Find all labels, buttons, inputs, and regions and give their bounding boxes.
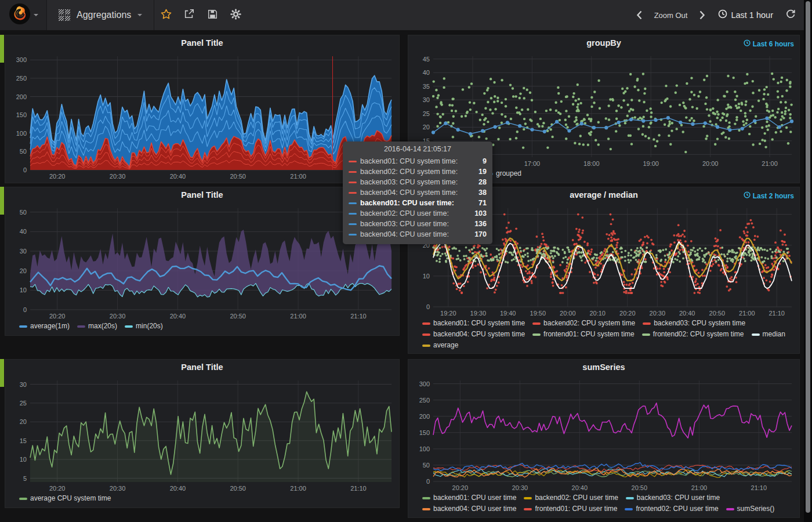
- clock-icon: [744, 191, 751, 200]
- legend-label: frontend01: CPU user time: [535, 504, 617, 514]
- tooltip-series-label: backend02: CPU system time:: [360, 166, 458, 177]
- tooltip-series-value: 170: [474, 229, 487, 240]
- svg-text:20:30: 20:30: [650, 310, 666, 317]
- dashboard-title: Aggregations: [77, 10, 131, 20]
- series-color-dash: [77, 325, 85, 328]
- series-color-dash: [349, 171, 357, 173]
- legend-item[interactable]: average: [422, 340, 458, 350]
- legend-item[interactable]: backend03: CPU user time: [626, 493, 720, 503]
- legend-item[interactable]: frontend02: CPU user time: [625, 504, 718, 514]
- row-toggle-handle[interactable]: [0, 187, 4, 215]
- chart-canvas[interactable]: 05010015020025030020:2020:3020:4020:5021…: [8, 50, 397, 182]
- legend-item[interactable]: backend02: CPU system time: [532, 318, 635, 328]
- time-range-label: Last 1 hour: [731, 10, 773, 20]
- legend-item[interactable]: backend02: CPU user time: [524, 493, 618, 503]
- svg-text:10: 10: [20, 287, 27, 293]
- time-shift-back-button[interactable]: [632, 0, 646, 30]
- legend-item[interactable]: backend03: CPU system time: [643, 318, 745, 328]
- dashboard-picker[interactable]: Aggregations: [47, 0, 154, 30]
- svg-text:45: 45: [423, 56, 430, 63]
- svg-text:20:40: 20:40: [572, 484, 588, 491]
- panel-title[interactable]: groupBy: [408, 35, 799, 50]
- dashboard-settings-button[interactable]: [224, 0, 247, 30]
- chart-canvas[interactable]: 05010015020025030020:2020:3020:4020:5021…: [411, 375, 798, 493]
- scrollbar-track[interactable]: [804, 0, 812, 522]
- legend-item[interactable]: backend01: CPU system time: [422, 318, 525, 328]
- tooltip-series-label: backend04: CPU system time:: [360, 187, 458, 198]
- panel-time-override-label: Last 2 hours: [753, 192, 794, 200]
- row-toggle-handle[interactable]: [0, 35, 4, 63]
- grafana-logo-menu[interactable]: [0, 0, 46, 30]
- legend-item[interactable]: backend01: CPU user time: [422, 493, 516, 503]
- row-toggle-handle[interactable]: [0, 359, 4, 387]
- share-dashboard-button[interactable]: [177, 0, 201, 30]
- svg-text:0: 0: [426, 478, 430, 485]
- clock-icon: [718, 9, 727, 21]
- legend-item[interactable]: backend04: CPU user time: [422, 504, 516, 514]
- panel-title[interactable]: sumSeries: [408, 360, 799, 375]
- series-color-dash: [532, 322, 541, 325]
- legend-label: median: [763, 329, 785, 339]
- panel-time-override-label: Last 6 hours: [753, 40, 794, 48]
- svg-text:50: 50: [423, 462, 430, 469]
- save-dashboard-button[interactable]: [201, 0, 224, 30]
- legend-item[interactable]: frontend01: CPU user time: [524, 504, 617, 514]
- chart-canvas[interactable]: 0102030405020:2020:3020:4020:5021:0021:1…: [8, 202, 397, 321]
- svg-text:10: 10: [423, 273, 430, 280]
- legend-row: backend01: CPU user timebackend02: CPU u…: [422, 493, 799, 503]
- svg-text:20:00: 20:00: [560, 310, 576, 317]
- svg-text:20:20: 20:20: [619, 310, 636, 317]
- legend-item[interactable]: frontend01: CPU system time: [532, 329, 635, 339]
- series-color-dash: [422, 497, 430, 499]
- legend-item[interactable]: average CPU system time: [19, 494, 111, 503]
- series-color-dash: [752, 334, 760, 336]
- series-color-dash: [422, 345, 430, 347]
- panel-title[interactable]: Panel Title: [5, 360, 399, 375]
- legend-row: average: [422, 340, 799, 350]
- legend-label: frontend01: CPU system time: [543, 329, 635, 339]
- svg-text:0: 0: [23, 166, 27, 173]
- legend-item[interactable]: frontend02: CPU system time: [642, 329, 744, 339]
- series-color-dash: [349, 213, 357, 215]
- series-color-dash: [349, 234, 357, 235]
- clock-icon: [744, 39, 751, 48]
- legend-label: max(20s): [88, 321, 117, 331]
- refresh-button[interactable]: [782, 0, 799, 30]
- chart-canvas[interactable]: 5101520253020:2020:3020:4020:5021:0021:1…: [8, 375, 397, 494]
- zoom-out-button[interactable]: Zoom Out: [650, 11, 692, 20]
- time-range-picker[interactable]: Last 1 hour: [713, 9, 778, 21]
- svg-text:20:30: 20:30: [110, 173, 126, 180]
- series-color-dash: [349, 161, 357, 162]
- svg-text:40: 40: [423, 69, 430, 76]
- legend-item[interactable]: min(20s): [125, 321, 163, 331]
- legend-item[interactable]: backend04: CPU system time: [422, 329, 525, 339]
- svg-text:20:40: 20:40: [170, 313, 186, 320]
- legend: average CPU system time: [5, 494, 399, 503]
- star-dashboard-button[interactable]: [154, 0, 177, 30]
- legend-item[interactable]: max(20s): [77, 321, 117, 331]
- tooltip-series-row: backend02: CPU system time:19: [349, 166, 487, 177]
- legend-label: backend01: CPU user time: [433, 493, 516, 503]
- panel-title[interactable]: Panel Title: [5, 187, 399, 202]
- svg-text:25: 25: [20, 400, 27, 407]
- svg-text:25: 25: [423, 110, 430, 117]
- legend-item[interactable]: median: [752, 329, 785, 339]
- legend-item[interactable]: average(1m): [19, 321, 70, 331]
- tooltip-series-value: 28: [478, 177, 487, 187]
- svg-text:21:00: 21:00: [739, 310, 755, 317]
- panel-title[interactable]: Panel Title: [5, 35, 399, 50]
- legend-item[interactable]: sumSeries(): [726, 504, 775, 514]
- svg-text:50: 50: [20, 209, 27, 216]
- svg-text:250: 250: [16, 75, 27, 82]
- legend-label: average CPU system time: [30, 494, 111, 503]
- svg-text:20:50: 20:50: [230, 313, 246, 320]
- time-shift-forward-button[interactable]: [695, 0, 709, 30]
- scrollbar-thumb[interactable]: [806, 1, 810, 513]
- panel-time-override-badge[interactable]: Last 2 hours: [744, 191, 794, 200]
- legend-label: min(20s): [136, 321, 163, 331]
- svg-text:20: 20: [423, 124, 430, 130]
- panel-time-override-badge[interactable]: Last 6 hours: [744, 39, 794, 48]
- svg-text:19:00: 19:00: [643, 160, 659, 167]
- svg-text:20:00: 20:00: [702, 160, 719, 167]
- svg-text:0: 0: [426, 303, 430, 310]
